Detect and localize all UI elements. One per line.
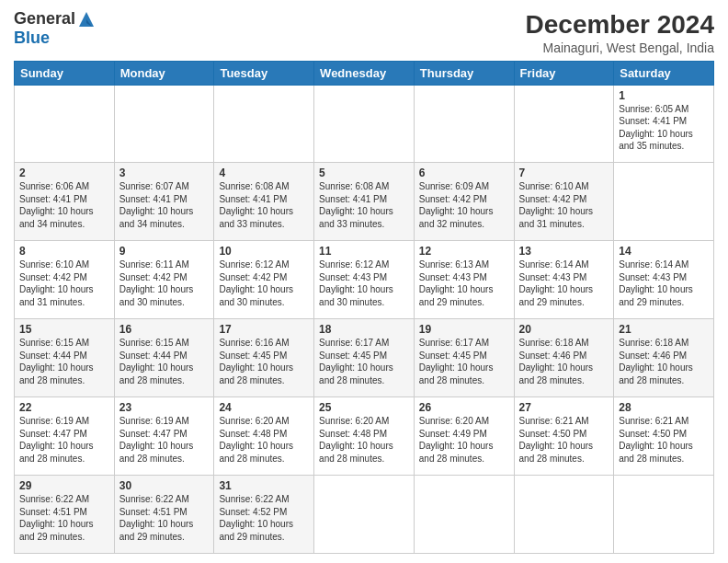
day-cell: 15Sunrise: 6:15 AMSunset: 4:44 PMDayligh… [15,319,115,397]
empty-cell [514,85,614,163]
day-number: 2 [19,167,109,179]
day-number: 8 [19,245,109,258]
day-number: 4 [219,167,309,179]
day-number: 10 [219,245,309,258]
day-number: 14 [619,245,709,258]
day-cell: 7Sunrise: 6:10 AMSunset: 4:42 PMDaylight… [514,163,614,241]
subtitle: Mainaguri, West Bengal, India [526,40,714,55]
day-cell: 17Sunrise: 6:16 AMSunset: 4:45 PMDayligh… [214,319,314,397]
day-cell: 1Sunrise: 6:05 AMSunset: 4:41 PMDaylight… [614,85,714,163]
day-info: Sunrise: 6:14 AMSunset: 4:43 PMDaylight:… [619,259,709,308]
day-info: Sunrise: 6:16 AMSunset: 4:45 PMDaylight:… [219,337,309,386]
day-number: 27 [519,401,609,414]
day-info: Sunrise: 6:08 AMSunset: 4:41 PMDaylight:… [319,180,409,230]
day-number: 22 [19,401,109,414]
day-info: Sunrise: 6:12 AMSunset: 4:43 PMDaylight:… [319,259,409,308]
col-friday: Friday [514,61,614,85]
day-info: Sunrise: 6:09 AMSunset: 4:42 PMDaylight:… [419,180,509,230]
calendar-week-2: 2Sunrise: 6:06 AMSunset: 4:41 PMDaylight… [15,163,714,241]
day-cell [314,476,415,554]
calendar-week-4: 15Sunrise: 6:15 AMSunset: 4:44 PMDayligh… [15,319,714,397]
day-number: 6 [419,167,509,179]
day-info: Sunrise: 6:19 AMSunset: 4:47 PMDaylight:… [19,415,109,465]
day-info: Sunrise: 6:20 AMSunset: 4:48 PMDaylight:… [319,415,409,465]
day-cell: 5Sunrise: 6:08 AMSunset: 4:41 PMDaylight… [314,163,415,241]
day-info: Sunrise: 6:17 AMSunset: 4:45 PMDaylight:… [319,337,409,386]
day-number: 18 [319,323,409,336]
day-info: Sunrise: 6:05 AMSunset: 4:41 PMDaylight:… [619,103,709,153]
empty-cell [114,85,214,163]
day-number: 25 [319,401,409,414]
day-info: Sunrise: 6:18 AMSunset: 4:46 PMDaylight:… [619,337,709,386]
day-info: Sunrise: 6:06 AMSunset: 4:41 PMDaylight:… [19,180,109,230]
day-number: 7 [519,167,609,179]
main-title: December 2024 [526,9,714,40]
day-cell: 18Sunrise: 6:17 AMSunset: 4:45 PMDayligh… [314,319,415,397]
day-cell: 21Sunrise: 6:18 AMSunset: 4:46 PMDayligh… [614,319,714,397]
calendar-header-row: Sunday Monday Tuesday Wednesday Thursday… [15,61,714,85]
day-number: 28 [619,401,709,414]
empty-cell [214,85,314,163]
day-number: 3 [119,167,210,179]
day-info: Sunrise: 6:10 AMSunset: 4:42 PMDaylight:… [519,180,609,230]
day-cell: 24Sunrise: 6:20 AMSunset: 4:48 PMDayligh… [214,397,314,476]
day-cell: 31Sunrise: 6:22 AMSunset: 4:52 PMDayligh… [214,476,314,554]
day-number: 13 [519,245,609,258]
day-info: Sunrise: 6:13 AMSunset: 4:43 PMDaylight:… [419,259,509,308]
day-cell: 20Sunrise: 6:18 AMSunset: 4:46 PMDayligh… [514,319,614,397]
day-number: 21 [619,323,709,336]
day-number: 31 [219,479,309,492]
logo-general-text: General [14,9,75,29]
day-cell: 10Sunrise: 6:12 AMSunset: 4:42 PMDayligh… [214,241,314,319]
day-number: 29 [19,479,109,492]
day-cell: 11Sunrise: 6:12 AMSunset: 4:43 PMDayligh… [314,241,415,319]
col-monday: Monday [114,61,214,85]
day-info: Sunrise: 6:17 AMSunset: 4:45 PMDaylight:… [419,337,509,386]
day-info: Sunrise: 6:15 AMSunset: 4:44 PMDaylight:… [119,337,210,386]
day-number: 15 [19,323,109,336]
day-info: Sunrise: 6:22 AMSunset: 4:51 PMDaylight:… [119,493,210,543]
logo: General Blue [14,9,96,48]
day-cell: 30Sunrise: 6:22 AMSunset: 4:51 PMDayligh… [114,476,214,554]
empty-cell [314,85,415,163]
day-cell: 8Sunrise: 6:10 AMSunset: 4:42 PMDaylight… [15,241,115,319]
day-number: 11 [319,245,409,258]
day-info: Sunrise: 6:15 AMSunset: 4:44 PMDaylight:… [19,337,109,386]
day-info: Sunrise: 6:08 AMSunset: 4:41 PMDaylight:… [219,180,309,230]
day-info: Sunrise: 6:22 AMSunset: 4:51 PMDaylight:… [19,493,109,543]
day-cell [614,163,714,241]
day-info: Sunrise: 6:11 AMSunset: 4:42 PMDaylight:… [119,259,210,308]
day-cell: 14Sunrise: 6:14 AMSunset: 4:43 PMDayligh… [614,241,714,319]
day-info: Sunrise: 6:20 AMSunset: 4:48 PMDaylight:… [219,415,309,465]
calendar-week-1: 1Sunrise: 6:05 AMSunset: 4:41 PMDaylight… [15,85,714,163]
day-cell: 9Sunrise: 6:11 AMSunset: 4:42 PMDaylight… [114,241,214,319]
day-cell: 26Sunrise: 6:20 AMSunset: 4:49 PMDayligh… [414,397,514,476]
day-info: Sunrise: 6:21 AMSunset: 4:50 PMDaylight:… [619,415,709,465]
day-number: 12 [419,245,509,258]
day-number: 30 [119,479,210,492]
day-info: Sunrise: 6:18 AMSunset: 4:46 PMDaylight:… [519,337,609,386]
day-number: 16 [119,323,210,336]
day-number: 9 [119,245,210,258]
day-cell: 2Sunrise: 6:06 AMSunset: 4:41 PMDaylight… [15,163,115,241]
col-wednesday: Wednesday [314,61,415,85]
day-info: Sunrise: 6:12 AMSunset: 4:42 PMDaylight:… [219,259,309,308]
day-number: 23 [119,401,210,414]
day-cell: 13Sunrise: 6:14 AMSunset: 4:43 PMDayligh… [514,241,614,319]
col-thursday: Thursday [414,61,514,85]
empty-cell [15,85,115,163]
day-cell: 6Sunrise: 6:09 AMSunset: 4:42 PMDaylight… [414,163,514,241]
page: General Blue December 2024 Mainaguri, We… [0,0,728,563]
day-cell: 16Sunrise: 6:15 AMSunset: 4:44 PMDayligh… [114,319,214,397]
day-cell: 12Sunrise: 6:13 AMSunset: 4:43 PMDayligh… [414,241,514,319]
day-info: Sunrise: 6:14 AMSunset: 4:43 PMDaylight:… [519,259,609,308]
calendar-week-5: 22Sunrise: 6:19 AMSunset: 4:47 PMDayligh… [15,397,714,476]
day-cell: 28Sunrise: 6:21 AMSunset: 4:50 PMDayligh… [614,397,714,476]
day-info: Sunrise: 6:10 AMSunset: 4:42 PMDaylight:… [19,259,109,308]
col-saturday: Saturday [614,61,714,85]
day-number: 5 [319,167,409,179]
day-cell: 27Sunrise: 6:21 AMSunset: 4:50 PMDayligh… [514,397,614,476]
day-cell [514,476,614,554]
header: General Blue December 2024 Mainaguri, We… [14,9,714,55]
calendar-table: Sunday Monday Tuesday Wednesday Thursday… [14,61,714,554]
